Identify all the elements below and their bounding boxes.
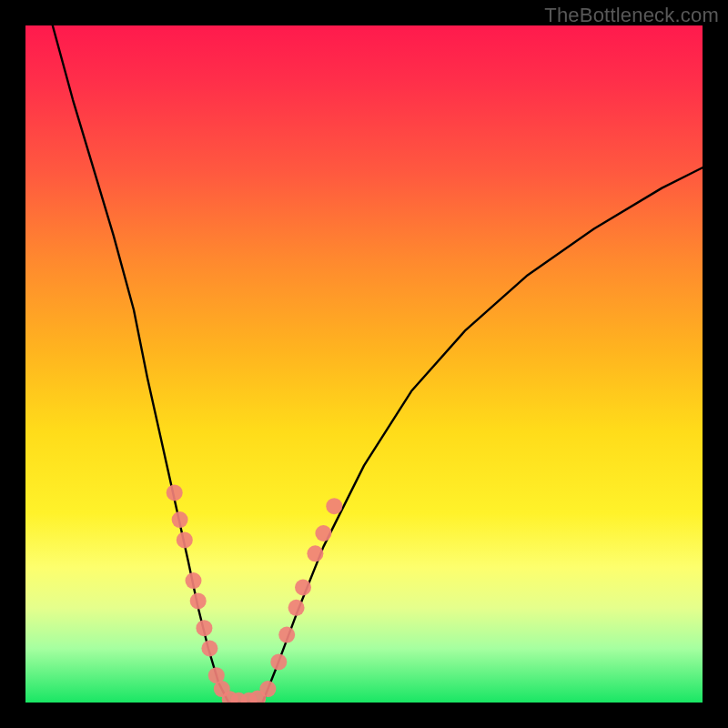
marker-dot — [201, 641, 217, 657]
watermark-text: TheBottleneck.com — [544, 4, 719, 27]
marker-dot — [270, 653, 287, 670]
marker-points — [167, 484, 343, 703]
marker-dot — [326, 498, 342, 514]
curve-svg — [25, 25, 703, 703]
marker-dot — [288, 600, 305, 616]
marker-dot — [278, 627, 295, 643]
plot-area — [25, 25, 703, 703]
marker-dot — [177, 531, 193, 548]
curve-path — [53, 25, 703, 703]
chart-frame: TheBottleneck.com — [0, 0, 728, 728]
marker-dot — [307, 545, 323, 561]
marker-dot — [167, 484, 183, 500]
marker-dot — [172, 511, 188, 528]
bottleneck-curve — [53, 25, 703, 703]
marker-dot — [186, 572, 202, 589]
marker-dot — [295, 580, 311, 596]
marker-dot — [259, 681, 276, 697]
marker-dot — [315, 525, 331, 541]
marker-dot — [196, 620, 212, 636]
marker-dot — [190, 592, 207, 609]
